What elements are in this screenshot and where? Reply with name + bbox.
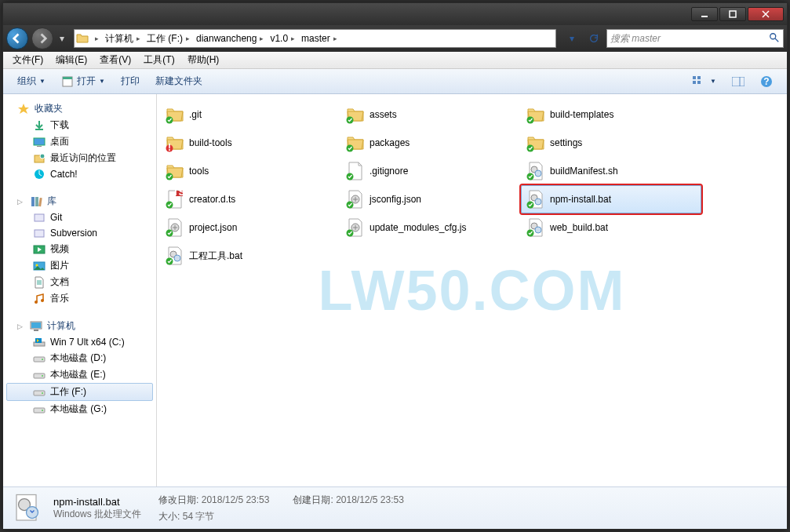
svg-rect-16 [34,138,45,145]
svg-rect-12 [732,77,744,86]
bat-icon [13,493,44,524]
file-item[interactable]: 工程工具.bat [160,242,340,270]
menu-help[interactable]: 帮助(H) [181,52,226,68]
search-input[interactable]: 搜索 master [606,29,784,48]
drive-icon [33,369,46,381]
file-item[interactable]: packages [340,129,521,157]
star-icon [17,103,30,115]
svg-rect-25 [35,230,44,237]
sidebar-favorites-header[interactable]: 收藏夹 [3,100,156,117]
sidebar-item-desktop[interactable]: 桌面 [3,133,156,150]
file-item[interactable]: build-templates [521,100,701,129]
breadcrumb-item[interactable]: 工作 (F:)▸ [144,31,193,47]
details-created: 2018/12/5 23:53 [336,494,404,505]
sidebar-item-drive-g[interactable]: 本地磁盘 (G:) [3,401,156,417]
file-item[interactable]: .git [160,100,340,129]
breadcrumb-root[interactable]: ▸ [89,33,102,44]
svn-icon [33,227,46,239]
preview-pane-button[interactable] [724,74,752,89]
explorer-window: ▾ ▸ 计算机▸ 工作 (F:)▸ dianwancheng▸ v1.0▸ ma… [2,2,788,530]
sidebar-item-documents[interactable]: 文档 [3,274,156,290]
sidebar-item-git[interactable]: Git [3,210,156,225]
sidebar-computer-header[interactable]: ▷计算机 [3,318,156,334]
menu-tools[interactable]: 工具(T) [137,52,180,68]
breadcrumb-item[interactable]: dianwancheng▸ [193,31,267,46]
minimize-button[interactable] [691,7,718,21]
navbar: ▾ ▸ 计算机▸ 工作 (F:)▸ dianwancheng▸ v1.0▸ ma… [3,25,787,52]
breadcrumb-item[interactable]: master▸ [298,31,340,46]
svg-rect-7 [63,77,72,79]
expand-icon: ▷ [17,322,25,330]
content-area: 收藏夹 下载 桌面 最近访问的位置 Catch! ▷库 Git Subversi… [3,94,787,486]
view-options-button[interactable]: ▼ [685,73,724,90]
sidebar-item-recent[interactable]: 最近访问的位置 [3,150,156,166]
file-item[interactable]: web_build.bat [521,213,701,242]
file-item[interactable]: settings [521,129,701,157]
svg-rect-9 [697,76,701,79]
history-dropdown[interactable]: ▾ [56,31,67,46]
sidebar-item-drive-c[interactable]: Win 7 Ult x64 (C:) [3,334,156,350]
open-button[interactable]: 打开▼ [53,71,113,91]
sidebar-item-music[interactable]: 音乐 [3,290,156,307]
bat-icon [526,218,545,237]
collapse-icon: ▷ [17,198,25,206]
file-name: creator.d.ts [189,194,235,205]
sidebar-item-subversion[interactable]: Subversion [3,225,156,241]
file-item[interactable]: .gitignore [340,157,521,185]
document-icon [33,276,46,289]
sidebar-item-drive-e[interactable]: 本地磁盘 (E:) [3,366,156,383]
file-item[interactable]: !build-tools [160,129,340,157]
sidebar-libraries-header[interactable]: ▷库 [3,193,156,210]
close-button[interactable] [748,7,784,21]
newfolder-button[interactable]: 新建文件夹 [147,71,210,91]
maximize-button[interactable] [719,7,746,21]
menu-view[interactable]: 查看(V) [93,52,137,68]
sidebar-item-catch[interactable]: Catch! [3,166,156,182]
svg-rect-22 [35,197,38,206]
svg-point-28 [36,264,38,266]
file-name: .gitignore [370,166,408,177]
file-item[interactable]: project.json [160,213,340,242]
picture-icon [33,260,46,272]
organize-button[interactable]: 组织▼ [9,71,53,91]
json-icon [346,190,365,209]
forward-button[interactable] [31,27,53,49]
svg-point-72 [174,255,180,261]
file-item[interactable]: assets [340,100,521,129]
svg-point-41 [42,392,43,394]
file-name: settings [550,137,582,148]
computer-icon [30,320,42,333]
catch-icon [33,168,46,180]
print-button[interactable]: 打印 [113,71,147,91]
file-item[interactable]: TScreator.d.ts [160,185,340,213]
refresh-button[interactable] [584,30,603,47]
svg-rect-17 [37,146,42,147]
sidebar-item-drive-f[interactable]: 工作 (F:) [6,383,153,401]
sidebar-item-downloads[interactable]: 下载 [3,117,156,133]
file-name: packages [370,137,410,148]
file-icon [346,162,365,180]
menu-edit[interactable]: 编辑(E) [49,52,93,68]
address-bar[interactable]: ▸ 计算机▸ 工作 (F:)▸ dianwancheng▸ v1.0▸ mast… [74,29,556,48]
bat-icon [166,246,184,265]
breadcrumb-item[interactable]: 计算机▸ [102,31,144,47]
file-item[interactable]: jsconfig.json [340,185,521,213]
file-item[interactable]: npm-install.bat [521,185,701,213]
sidebar-item-videos[interactable]: 视频 [3,241,156,257]
file-item[interactable]: tools [160,157,340,185]
help-button[interactable]: ? [752,72,781,91]
file-item[interactable]: buildManifest.sh [521,157,701,185]
back-button[interactable] [6,27,28,49]
address-dropdown[interactable]: ▾ [562,30,581,47]
menu-file[interactable]: 文件(F) [6,52,49,68]
sidebar-item-pictures[interactable]: 图片 [3,257,156,274]
file-list-pane[interactable]: LW50.COM .gitassetsbuild-templates!build… [157,94,787,486]
titlebar[interactable] [3,3,787,25]
download-icon [33,119,46,132]
file-item[interactable]: update_modules_cfg.js [340,213,521,242]
breadcrumb-item[interactable]: v1.0▸ [267,31,298,46]
search-icon[interactable] [769,32,780,46]
file-name: assets [370,109,397,120]
sidebar-item-drive-d[interactable]: 本地磁盘 (D:) [3,350,156,366]
file-name: npm-install.bat [550,194,611,205]
